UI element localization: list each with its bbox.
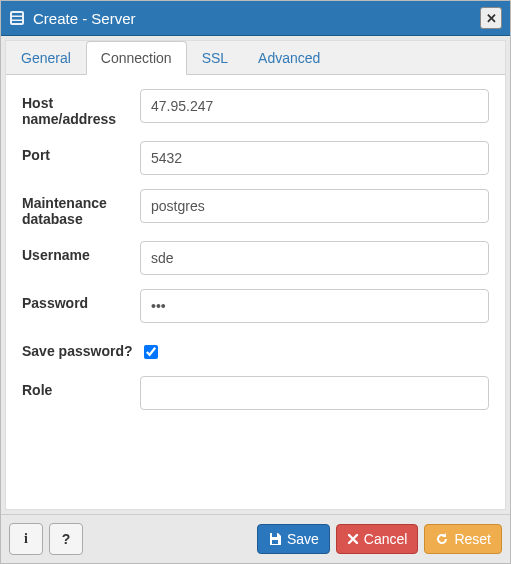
question-icon: ? (62, 531, 71, 547)
cancel-button[interactable]: Cancel (336, 524, 419, 554)
help-button[interactable]: ? (49, 523, 83, 555)
svg-rect-3 (12, 21, 22, 23)
svg-rect-1 (12, 13, 22, 16)
tab-ssl[interactable]: SSL (187, 41, 243, 75)
cancel-icon (347, 533, 359, 545)
label-save-password: Save password? (22, 337, 140, 359)
tab-general[interactable]: General (6, 41, 86, 75)
username-input[interactable] (140, 241, 489, 275)
label-role: Role (22, 376, 140, 398)
row-role: Role (22, 376, 489, 410)
row-password: Password (22, 289, 489, 323)
tab-bar: General Connection SSL Advanced (6, 41, 505, 75)
svg-rect-4 (272, 533, 277, 537)
dialog-footer: i ? Save Cancel (1, 514, 510, 563)
row-username: Username (22, 241, 489, 275)
info-icon: i (24, 531, 28, 547)
info-button[interactable]: i (9, 523, 43, 555)
password-input[interactable] (140, 289, 489, 323)
save-password-checkbox[interactable] (144, 345, 158, 359)
create-server-dialog: Create - Server ✕ General Connection SSL… (0, 0, 511, 564)
tab-connection[interactable]: Connection (86, 41, 187, 75)
connection-form: Host name/address Port Maintenance datab… (6, 75, 505, 509)
label-username: Username (22, 241, 140, 263)
save-label: Save (287, 531, 319, 547)
svg-rect-5 (272, 540, 278, 544)
row-port: Port (22, 141, 489, 175)
reset-icon (435, 532, 449, 546)
maint-db-input[interactable] (140, 189, 489, 223)
tab-advanced[interactable]: Advanced (243, 41, 335, 75)
dialog-body: General Connection SSL Advanced Host nam… (5, 40, 506, 510)
row-maint-db: Maintenance database (22, 189, 489, 227)
port-input[interactable] (140, 141, 489, 175)
dialog-title: Create - Server (33, 10, 480, 27)
close-button[interactable]: ✕ (480, 7, 502, 29)
reset-button[interactable]: Reset (424, 524, 502, 554)
row-host: Host name/address (22, 89, 489, 127)
save-icon (268, 532, 282, 546)
label-port: Port (22, 141, 140, 163)
label-maint-db: Maintenance database (22, 189, 140, 227)
role-input[interactable] (140, 376, 489, 410)
svg-rect-2 (12, 17, 22, 20)
host-input[interactable] (140, 89, 489, 123)
titlebar: Create - Server ✕ (1, 1, 510, 36)
label-password: Password (22, 289, 140, 311)
close-icon: ✕ (486, 11, 497, 26)
save-button[interactable]: Save (257, 524, 330, 554)
row-save-password: Save password? (22, 337, 489, 362)
app-icon (9, 10, 25, 26)
label-host: Host name/address (22, 89, 140, 127)
cancel-label: Cancel (364, 531, 408, 547)
reset-label: Reset (454, 531, 491, 547)
